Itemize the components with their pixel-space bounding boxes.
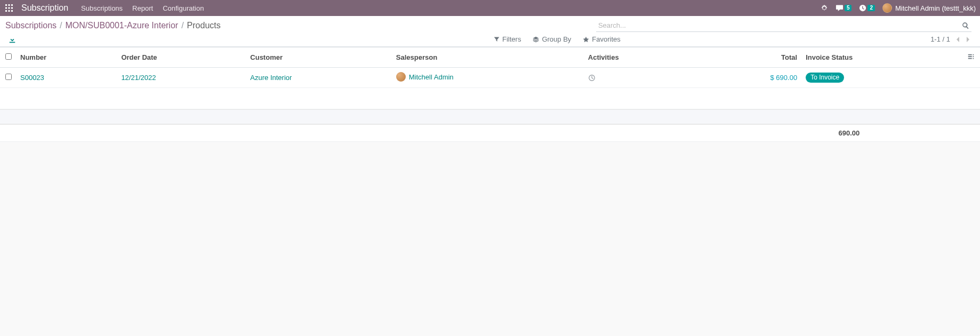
filter-icon bbox=[494, 36, 500, 42]
col-salesperson[interactable]: Salesperson bbox=[392, 47, 584, 68]
cell-salesperson[interactable]: Mitchell Admin bbox=[409, 73, 454, 81]
top-navbar: Subscription Subscriptions Report Config… bbox=[0, 0, 980, 16]
cell-number[interactable]: S00023 bbox=[20, 74, 44, 82]
search-input[interactable] bbox=[598, 21, 962, 29]
svg-rect-6 bbox=[5, 10, 7, 12]
col-order-date[interactable]: Order Date bbox=[117, 47, 246, 68]
svg-rect-4 bbox=[9, 7, 10, 9]
salesperson-avatar-icon bbox=[396, 72, 406, 82]
row-checkbox[interactable] bbox=[5, 74, 12, 80]
breadcrumb-separator: / bbox=[181, 21, 183, 30]
svg-rect-1 bbox=[9, 4, 10, 6]
col-activities[interactable]: Activities bbox=[584, 47, 698, 68]
table-header-row: Number Order Date Customer Salesperson A… bbox=[0, 47, 980, 68]
activity-clock-icon[interactable] bbox=[588, 74, 694, 82]
messages-icon[interactable]: 5 bbox=[836, 4, 852, 12]
table-row[interactable]: S00023 12/21/2022 Azure Interior Mitchel… bbox=[0, 68, 980, 88]
nav-menu-subscriptions[interactable]: Subscriptions bbox=[81, 4, 123, 12]
footer-total: 690.00 bbox=[515, 125, 864, 142]
breadcrumb-record[interactable]: MON/SUB0001-Azure Interior bbox=[66, 21, 179, 30]
pager: 1-1 / 1 bbox=[930, 35, 971, 43]
nav-menu-configuration[interactable]: Configuration bbox=[163, 4, 204, 12]
breadcrumb: Subscriptions / MON/SUB0001-Azure Interi… bbox=[5, 21, 221, 30]
svg-rect-8 bbox=[11, 10, 13, 12]
favorites-button[interactable]: Favorites bbox=[583, 35, 620, 43]
user-avatar-icon bbox=[882, 3, 892, 13]
select-all-checkbox[interactable] bbox=[5, 53, 12, 60]
filters-label: Filters bbox=[502, 35, 521, 43]
cell-customer[interactable]: Azure Interior bbox=[250, 74, 292, 82]
activities-icon[interactable]: 2 bbox=[859, 4, 875, 12]
breadcrumb-current: Products bbox=[187, 21, 221, 30]
groupby-button[interactable]: Group By bbox=[533, 35, 571, 43]
col-invoice-status[interactable]: Invoice Status bbox=[801, 47, 963, 68]
filters-button[interactable]: Filters bbox=[494, 35, 521, 43]
svg-rect-7 bbox=[9, 10, 10, 12]
debug-icon[interactable] bbox=[821, 4, 828, 12]
col-number[interactable]: Number bbox=[16, 47, 117, 68]
spacer-row bbox=[0, 88, 980, 109]
svg-rect-3 bbox=[5, 7, 7, 9]
groupby-label: Group By bbox=[542, 35, 571, 43]
invoice-status-badge: To Invoice bbox=[806, 73, 844, 83]
apps-icon[interactable] bbox=[4, 3, 14, 13]
activities-badge: 2 bbox=[867, 5, 875, 11]
col-total[interactable]: Total bbox=[698, 47, 801, 68]
pager-text: 1-1 / 1 bbox=[930, 35, 950, 43]
nav-menu-report[interactable]: Report bbox=[132, 4, 153, 12]
breadcrumb-subscriptions[interactable]: Subscriptions bbox=[5, 21, 57, 30]
layers-icon bbox=[533, 36, 539, 43]
cell-order-date[interactable]: 12/21/2022 bbox=[121, 74, 156, 82]
search-box[interactable] bbox=[596, 19, 971, 32]
svg-rect-5 bbox=[11, 7, 13, 9]
control-panel: Subscriptions / MON/SUB0001-Azure Interi… bbox=[0, 16, 980, 47]
pager-prev[interactable] bbox=[954, 36, 961, 43]
totals-row: 690.00 bbox=[0, 125, 980, 142]
nav-menu: Subscriptions Report Configuration bbox=[81, 4, 204, 12]
user-menu[interactable]: Mitchell Admin (testtt_kkk) bbox=[882, 3, 976, 13]
svg-rect-2 bbox=[11, 4, 13, 6]
svg-rect-0 bbox=[5, 4, 7, 6]
favorites-label: Favorites bbox=[592, 35, 620, 43]
breadcrumb-separator: / bbox=[60, 21, 62, 30]
app-title: Subscription bbox=[21, 3, 68, 13]
star-icon bbox=[583, 36, 589, 43]
pager-next[interactable] bbox=[965, 36, 971, 43]
columns-settings-icon[interactable] bbox=[967, 54, 975, 62]
messages-badge: 5 bbox=[845, 5, 852, 11]
user-name-label: Mitchell Admin (testtt_kkk) bbox=[895, 4, 976, 12]
col-customer[interactable]: Customer bbox=[246, 47, 391, 68]
list-view: Number Order Date Customer Salesperson A… bbox=[0, 47, 980, 142]
search-icon[interactable] bbox=[962, 22, 969, 29]
cell-total: $ 690.00 bbox=[770, 74, 798, 82]
export-icon[interactable] bbox=[9, 36, 16, 43]
group-band bbox=[0, 109, 980, 124]
